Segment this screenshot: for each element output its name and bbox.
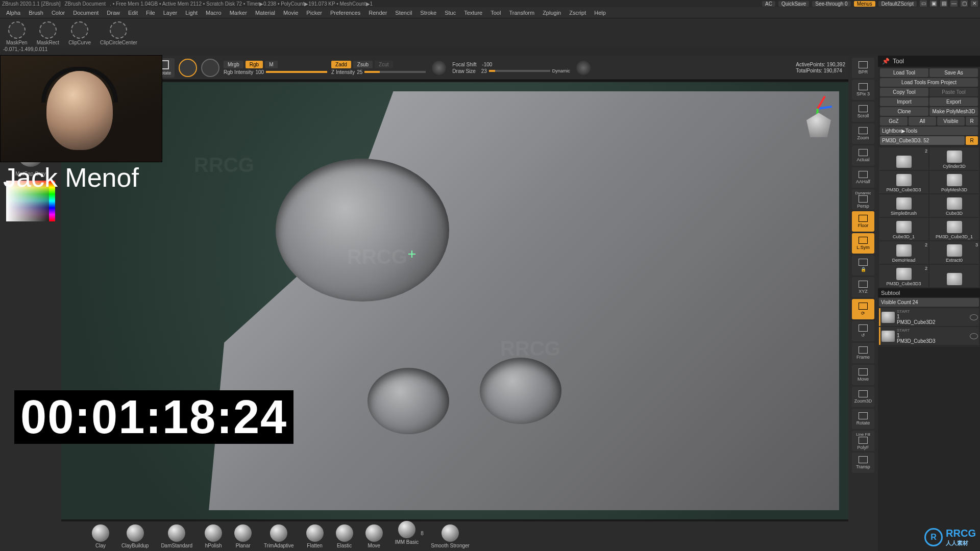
export-button[interactable]: Export: [929, 97, 978, 106]
window-icon[interactable]: ▭: [920, 1, 927, 7]
rshelf-zoom3d[interactable]: Zoom3D: [852, 387, 874, 407]
z-intensity-slider[interactable]: [364, 71, 426, 73]
zsub-button[interactable]: Zsub: [353, 61, 373, 68]
close-icon[interactable]: ✕: [971, 1, 978, 7]
dynamic-toggle[interactable]: Dynamic: [552, 68, 570, 73]
tool-slot[interactable]: Cube3D_1: [879, 218, 928, 240]
rshelf-l-sym[interactable]: L.Sym: [852, 233, 874, 254]
mrgb-button[interactable]: Mrgb: [224, 61, 243, 68]
load-tools-project-button[interactable]: Load Tools From Project: [880, 78, 978, 87]
menu-transform[interactable]: Transform: [505, 9, 538, 17]
tool-r-button[interactable]: R: [966, 136, 978, 145]
menu-zscript[interactable]: Zscript: [565, 9, 590, 17]
gyro-button[interactable]: [179, 59, 197, 77]
rshelf-actual[interactable]: Actual: [852, 145, 874, 166]
rshelf-zoom[interactable]: Zoom: [852, 123, 874, 144]
rgb-button[interactable]: Rgb: [246, 61, 263, 68]
subtool-header[interactable]: Subtool: [878, 288, 980, 297]
brush-move[interactable]: Move: [365, 524, 383, 548]
tool-slot[interactable]: SimpleBrush: [879, 194, 928, 217]
rshelf-xyz[interactable]: XYZ: [852, 277, 874, 297]
menu-layer[interactable]: Layer: [159, 9, 182, 17]
lightbox-tools-button[interactable]: Lightbox▶Tools: [880, 127, 978, 135]
shelf-clipcirclecenter[interactable]: ClipCircleCenter: [100, 21, 137, 45]
tool-slot[interactable]: PolyMesh3D: [929, 171, 979, 193]
maximize-icon[interactable]: ▢: [961, 1, 968, 7]
brush-elastic[interactable]: Elastic: [336, 524, 353, 548]
eye-icon[interactable]: [970, 333, 978, 339]
pin-icon[interactable]: 📌: [882, 58, 890, 65]
menu-alpha[interactable]: Alpha: [2, 9, 24, 17]
rgb-intensity-slider[interactable]: [266, 71, 327, 73]
brush-trimadaptive[interactable]: TrimAdaptive: [264, 524, 294, 548]
tool-slot[interactable]: 2: [879, 147, 928, 170]
menu-brush[interactable]: Brush: [24, 9, 47, 17]
visible-count[interactable]: Visible Count 24: [879, 298, 979, 307]
make-polymesh-button[interactable]: Make PolyMesh3D: [929, 107, 978, 116]
rshelf-rotate[interactable]: Rotate: [852, 409, 874, 429]
zadd-button[interactable]: Zadd: [331, 61, 351, 68]
menu-stroke[interactable]: Stroke: [416, 9, 440, 17]
eye-icon[interactable]: [970, 314, 978, 320]
draw-size-slider[interactable]: [489, 70, 550, 72]
brush-damstandard[interactable]: DamStandard: [161, 524, 192, 548]
tool-slot[interactable]: Cube3D: [929, 194, 979, 217]
tool-slot[interactable]: [929, 265, 979, 287]
clone-button[interactable]: Clone: [880, 107, 928, 116]
zcut-button[interactable]: Zcut: [375, 61, 393, 68]
rshelf-spix-3[interactable]: SPix 3: [852, 80, 874, 100]
goz-all-button[interactable]: All: [909, 117, 936, 126]
quicksave-button[interactable]: QuickSave: [778, 1, 809, 7]
seethrough-control[interactable]: See-through 0: [812, 1, 850, 7]
menu-light[interactable]: Light: [181, 9, 202, 17]
menu-draw[interactable]: Draw: [103, 9, 124, 17]
rshelf-scroll[interactable]: Scroll: [852, 102, 874, 122]
menu-marker[interactable]: Marker: [226, 9, 251, 17]
rshelf-aahalf[interactable]: AAHalf: [852, 167, 874, 188]
rshelf--[interactable]: ⟳: [852, 299, 874, 319]
menu-document[interactable]: Document: [69, 9, 103, 17]
rshelf--[interactable]: ↺: [852, 321, 874, 341]
menu-edit[interactable]: Edit: [124, 9, 142, 17]
menu-movie[interactable]: Movie: [279, 9, 302, 17]
menu-macro[interactable]: Macro: [202, 9, 226, 17]
subtool-row[interactable]: START1PM3D_Cube3D2: [879, 308, 979, 326]
menu-color[interactable]: Color: [47, 9, 69, 17]
menu-render[interactable]: Render: [364, 9, 391, 17]
tool-slot[interactable]: 2DemoHead: [879, 241, 928, 264]
tool-slot[interactable]: PM3D_Cube3D_1: [929, 218, 979, 240]
save-as-button[interactable]: Save As: [929, 68, 978, 77]
brush-claybuildup[interactable]: ClayBuildup: [121, 524, 149, 548]
copy-tool-button[interactable]: Copy Tool: [880, 88, 928, 96]
focal-icon[interactable]: [432, 61, 446, 75]
current-tool-name[interactable]: PM3D_Cube3D3. 52: [880, 136, 965, 145]
sculptris-button[interactable]: [201, 59, 219, 77]
import-button[interactable]: Import: [880, 97, 928, 106]
shelf-maskpen[interactable]: MaskPen: [6, 21, 28, 45]
brush-smooth-stronger[interactable]: Smooth Stronger: [431, 524, 470, 548]
shelf-clipcurve[interactable]: ClipCurve: [68, 21, 91, 45]
window-icon[interactable]: ▣: [930, 1, 937, 7]
menu-file[interactable]: File: [142, 9, 159, 17]
menu-zplugin[interactable]: Zplugin: [538, 9, 565, 17]
viewport[interactable]: RRCG RRCG RRCG: [61, 82, 848, 519]
brush-hpolish[interactable]: hPolish: [205, 524, 222, 548]
goz-visible-button[interactable]: Visible: [937, 117, 965, 126]
menu-tool[interactable]: Tool: [486, 9, 505, 17]
menu-texture[interactable]: Texture: [460, 9, 486, 17]
tool-slot[interactable]: 2PM3D_Cube3D3: [879, 265, 928, 287]
rshelf-frame[interactable]: Frame: [852, 343, 874, 363]
rshelf--[interactable]: 🔒: [852, 255, 874, 276]
window-icon[interactable]: ▤: [940, 1, 947, 7]
menu-material[interactable]: Material: [251, 9, 279, 17]
tool-slot[interactable]: 3Extract0: [929, 241, 979, 264]
goz-r-button[interactable]: R: [966, 117, 978, 126]
menu-stuc[interactable]: Stuc: [440, 9, 460, 17]
rshelf-persp[interactable]: DynamicPersp: [852, 189, 874, 210]
brush-clay[interactable]: Clay: [92, 524, 109, 548]
load-tool-button[interactable]: Load Tool: [880, 68, 928, 77]
brush-imm-basic[interactable]: IMM Basic8: [395, 521, 419, 551]
brush-planar[interactable]: Planar: [234, 524, 252, 548]
m-button[interactable]: M: [265, 61, 277, 68]
subtool-row[interactable]: START1PM3D_Cube3D3: [879, 327, 979, 345]
